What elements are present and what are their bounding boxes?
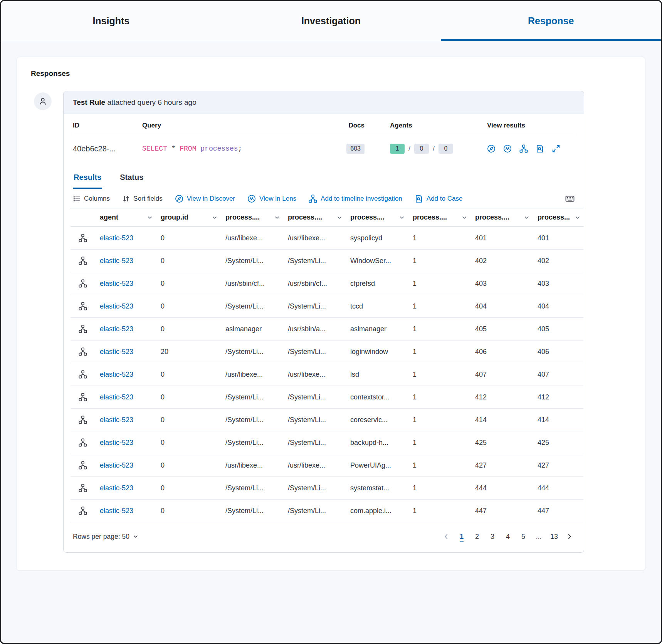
analyze-event-button[interactable] [71,386,95,409]
grid-cell[interactable]: aslmanager [221,318,283,340]
grid-cell[interactable]: coreservic... [346,409,408,431]
add-to-timeline-link[interactable]: Add to timeline investigation [309,195,402,203]
agent-link-cell[interactable]: elastic-523 [95,363,156,386]
analyze-event-button[interactable] [71,340,95,363]
grid-cell[interactable]: backupd-h... [346,431,408,454]
grid-cell[interactable]: 1 [408,318,470,340]
grid-cell[interactable]: 405 [470,318,533,340]
grid-cell[interactable]: 402 [533,250,584,272]
grid-cell[interactable]: 425 [470,431,533,454]
grid-cell[interactable]: /usr/sbin/a... [283,318,346,340]
analyze-event-button[interactable] [71,295,95,318]
view-in-discover-link[interactable]: View in Discover [175,195,235,203]
page-button-1[interactable]: 1 [455,530,468,543]
grid-cell[interactable]: 404 [470,295,533,318]
agent-link-cell[interactable]: elastic-523 [95,454,156,477]
grid-cell[interactable]: 406 [470,340,533,363]
grid-cell[interactable]: /System/Li... [221,340,283,363]
grid-cell[interactable]: /System/Li... [283,431,346,454]
grid-cell[interactable]: /System/Li... [283,409,346,431]
grid-cell[interactable]: 20 [156,340,221,363]
grid-cell[interactable]: /System/Li... [221,477,283,500]
agent-link-cell[interactable]: elastic-523 [95,409,156,431]
grid-cell[interactable]: /usr/libexe... [283,363,346,386]
grid-cell[interactable]: 425 [533,431,584,454]
sort-fields-button[interactable]: Sort fields [122,195,163,203]
grid-column-header-3[interactable]: process.... [221,208,283,227]
agent-link-cell[interactable]: elastic-523 [95,250,156,272]
grid-cell[interactable]: 0 [156,227,221,250]
tab-status[interactable]: Status [119,164,144,189]
grid-cell[interactable]: 404 [533,295,584,318]
grid-cell[interactable]: aslmanager [346,318,408,340]
grid-cell[interactable]: 1 [408,340,470,363]
grid-cell[interactable]: /System/Li... [221,386,283,409]
grid-cell[interactable]: 0 [156,431,221,454]
tab-results[interactable]: Results [73,164,102,189]
grid-cell[interactable]: 401 [533,227,584,250]
agent-link-cell[interactable]: elastic-523 [95,227,156,250]
grid-cell[interactable]: contextstor... [346,386,408,409]
grid-cell[interactable]: /System/Li... [283,295,346,318]
grid-cell[interactable]: 1 [408,386,470,409]
grid-cell[interactable]: 0 [156,318,221,340]
agent-link-cell[interactable]: elastic-523 [95,477,156,500]
grid-cell[interactable]: 403 [470,272,533,295]
keyboard-shortcuts-button[interactable] [565,194,575,203]
grid-cell[interactable]: 444 [533,477,584,500]
grid-cell[interactable]: PowerUIAg... [346,454,408,477]
grid-cell[interactable]: /System/Li... [221,250,283,272]
grid-cell[interactable]: cfprefsd [346,272,408,295]
grid-cell[interactable]: /usr/sbin/cf... [283,272,346,295]
analyze-event-button[interactable] [71,363,95,386]
grid-cell[interactable]: 447 [470,500,533,522]
grid-cell[interactable]: /System/Li... [283,340,346,363]
analyze-event-button[interactable] [71,318,95,340]
analyze-event-button[interactable] [71,431,95,454]
grid-column-header-7[interactable]: process.... [470,208,533,227]
page-button-4[interactable]: 4 [501,530,514,543]
grid-cell[interactable]: /System/Li... [283,386,346,409]
grid-cell[interactable]: 1 [408,227,470,250]
grid-cell[interactable]: 0 [156,477,221,500]
grid-cell[interactable]: 402 [470,250,533,272]
view-in-discover-button[interactable] [487,144,496,153]
grid-cell[interactable]: 447 [533,500,584,522]
grid-cell[interactable]: /usr/libexe... [221,227,283,250]
grid-cell[interactable]: 0 [156,386,221,409]
analyze-event-button[interactable] [71,409,95,431]
grid-cell[interactable]: 0 [156,250,221,272]
grid-cell[interactable]: WindowSer... [346,250,408,272]
add-to-case-link[interactable]: Add to Case [415,195,463,203]
grid-cell[interactable]: 414 [470,409,533,431]
grid-cell[interactable]: 0 [156,454,221,477]
grid-cell[interactable]: /System/Li... [221,431,283,454]
add-to-timeline-button[interactable] [519,144,528,153]
grid-cell[interactable]: 414 [533,409,584,431]
agent-link-cell[interactable]: elastic-523 [95,272,156,295]
grid-cell[interactable]: 1 [408,363,470,386]
analyze-event-button[interactable] [71,477,95,500]
grid-cell[interactable]: tccd [346,295,408,318]
grid-cell[interactable]: 1 [408,409,470,431]
grid-cell[interactable]: loginwindow [346,340,408,363]
grid-cell[interactable]: 412 [533,386,584,409]
agent-link-cell[interactable]: elastic-523 [95,386,156,409]
grid-cell[interactable]: 1 [408,272,470,295]
grid-cell[interactable]: 401 [470,227,533,250]
grid-cell[interactable]: 0 [156,409,221,431]
grid-cell[interactable]: 1 [408,250,470,272]
grid-cell[interactable]: 406 [533,340,584,363]
grid-column-header-6[interactable]: process.... [408,208,470,227]
grid-cell[interactable]: 407 [470,363,533,386]
grid-cell[interactable]: lsd [346,363,408,386]
grid-cell[interactable]: 403 [533,272,584,295]
grid-cell[interactable]: 405 [533,318,584,340]
grid-cell[interactable]: 0 [156,295,221,318]
grid-cell[interactable]: /usr/libexe... [221,363,283,386]
next-page-button[interactable] [563,530,576,543]
expand-results-button[interactable] [552,144,560,153]
analyze-event-button[interactable] [71,500,95,522]
grid-cell[interactable]: /System/Li... [283,250,346,272]
grid-cell[interactable]: /System/Li... [221,409,283,431]
